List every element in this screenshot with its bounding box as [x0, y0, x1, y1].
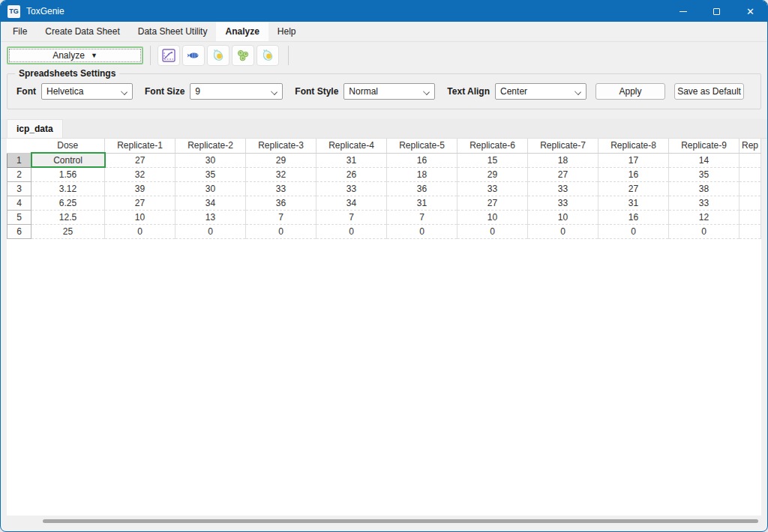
cell[interactable]: 10	[528, 210, 598, 224]
row-header-1[interactable]: 1	[8, 153, 32, 167]
cell[interactable]: 0	[669, 224, 740, 238]
cell[interactable]: 18	[528, 153, 598, 167]
cell[interactable]: 0	[316, 224, 387, 238]
column-header-replicate-8[interactable]: Replicate-8	[598, 139, 669, 153]
row-header-6[interactable]: 6	[8, 224, 32, 238]
cell[interactable]: 35	[669, 167, 740, 181]
cell[interactable]: 32	[105, 167, 176, 181]
column-header-replicate-6[interactable]: Replicate-6	[458, 139, 528, 153]
column-header-replicate-1[interactable]: Replicate-1	[105, 139, 176, 153]
tab-icp-data[interactable]: icp_data	[7, 119, 63, 138]
cell[interactable]: 27	[458, 196, 528, 210]
cell[interactable]: 13	[176, 210, 246, 224]
cell[interactable]: 38	[669, 181, 740, 196]
row-header-2[interactable]: 2	[8, 167, 32, 181]
cell[interactable]: 29	[458, 167, 528, 181]
cell[interactable]	[740, 196, 761, 210]
apply-button[interactable]: Apply	[596, 83, 665, 100]
horizontal-scrollbar[interactable]	[7, 516, 761, 527]
minimize-icon[interactable]	[666, 1, 700, 22]
cell[interactable]: 30	[176, 153, 246, 167]
cell[interactable]: 27	[105, 153, 176, 167]
cell[interactable]: 0	[176, 224, 246, 238]
cell[interactable]: 25	[32, 224, 105, 238]
cell[interactable]: 26	[316, 167, 387, 181]
cell[interactable]: 30	[176, 181, 246, 196]
cell[interactable]: 1.56	[32, 167, 105, 181]
cell[interactable]: 33	[528, 196, 598, 210]
cell[interactable]: 36	[387, 181, 458, 196]
cell[interactable]: Control	[32, 153, 105, 167]
cell[interactable]: 36	[246, 196, 316, 210]
row-header-3[interactable]: 3	[8, 181, 32, 196]
cell[interactable]	[740, 210, 761, 224]
cell[interactable]	[740, 181, 761, 196]
menu-item-create-data-sheet[interactable]: Create Data Sheet	[36, 22, 128, 41]
cell[interactable]: 3.12	[32, 181, 105, 196]
cell[interactable]: 7	[246, 210, 316, 224]
cell[interactable]: 16	[598, 210, 669, 224]
cell[interactable]: 0	[246, 224, 316, 238]
column-header-replicate-4[interactable]: Replicate-4	[316, 139, 387, 153]
cell[interactable]: 35	[176, 167, 246, 181]
column-header-replicate-9[interactable]: Replicate-9	[669, 139, 740, 153]
cell[interactable]: 33	[669, 196, 740, 210]
column-header-replicate-3[interactable]: Replicate-3	[246, 139, 316, 153]
cell[interactable]: 33	[246, 181, 316, 196]
menu-item-data-sheet-utility[interactable]: Data Sheet Utility	[129, 22, 217, 41]
cell[interactable]: 16	[598, 167, 669, 181]
cell[interactable]: 0	[528, 224, 598, 238]
row-header-4[interactable]: 4	[8, 196, 32, 210]
cell[interactable]: 12.5	[32, 210, 105, 224]
row-header-5[interactable]: 5	[8, 210, 32, 224]
daphnia-2-icon[interactable]	[256, 45, 279, 66]
cell[interactable]: 31	[387, 196, 458, 210]
cell[interactable]: 10	[458, 210, 528, 224]
menu-item-analyze[interactable]: Analyze	[216, 22, 268, 41]
font-size-select[interactable]: 9	[190, 83, 283, 100]
menu-item-help[interactable]: Help	[268, 22, 305, 41]
close-icon[interactable]: ✕	[734, 1, 767, 22]
cell[interactable]: 33	[316, 181, 387, 196]
column-header-dose[interactable]: Dose	[32, 139, 105, 153]
cell[interactable]: 12	[669, 210, 740, 224]
column-header-rep[interactable]: Rep	[740, 139, 761, 153]
dose-response-curve-icon[interactable]	[158, 45, 180, 66]
cell[interactable]: 39	[105, 181, 176, 196]
cell[interactable]: 0	[105, 224, 176, 238]
column-header-replicate-2[interactable]: Replicate-2	[176, 139, 246, 153]
cell[interactable]: 27	[528, 167, 598, 181]
daphnia-icon[interactable]	[207, 45, 230, 66]
cell[interactable]: 34	[176, 196, 246, 210]
cell[interactable]: 18	[387, 167, 458, 181]
cell[interactable]: 29	[246, 153, 316, 167]
cell[interactable]	[740, 167, 761, 181]
cell[interactable]: 10	[105, 210, 176, 224]
font-select[interactable]: Helvetica	[41, 83, 133, 100]
cell[interactable]: 0	[387, 224, 458, 238]
column-header-replicate-5[interactable]: Replicate-5	[387, 139, 458, 153]
cell[interactable]: 14	[669, 153, 740, 167]
cell[interactable]: 0	[598, 224, 669, 238]
cell[interactable]: 31	[598, 196, 669, 210]
cell[interactable]: 15	[458, 153, 528, 167]
text-align-select[interactable]: Center	[495, 83, 586, 100]
maximize-icon[interactable]	[700, 1, 734, 22]
cell[interactable]: 32	[246, 167, 316, 181]
cell[interactable]: 31	[316, 153, 387, 167]
menu-item-file[interactable]: File	[4, 22, 36, 41]
cell[interactable]	[740, 153, 761, 167]
cell[interactable]: 27	[598, 181, 669, 196]
cell[interactable]: 33	[528, 181, 598, 196]
zebrafish-icon[interactable]	[182, 45, 205, 66]
cell[interactable]: 16	[387, 153, 458, 167]
cell[interactable]: 34	[316, 196, 387, 210]
cell[interactable]: 27	[105, 196, 176, 210]
save-as-default-button[interactable]: Save as Default	[674, 83, 744, 100]
column-header-replicate-7[interactable]: Replicate-7	[528, 139, 598, 153]
corner-cell[interactable]	[8, 139, 32, 153]
cell[interactable]: 7	[316, 210, 387, 224]
cell[interactable]: 7	[387, 210, 458, 224]
algae-cells-icon[interactable]	[232, 45, 254, 66]
scrollbar-thumb[interactable]	[43, 519, 758, 523]
